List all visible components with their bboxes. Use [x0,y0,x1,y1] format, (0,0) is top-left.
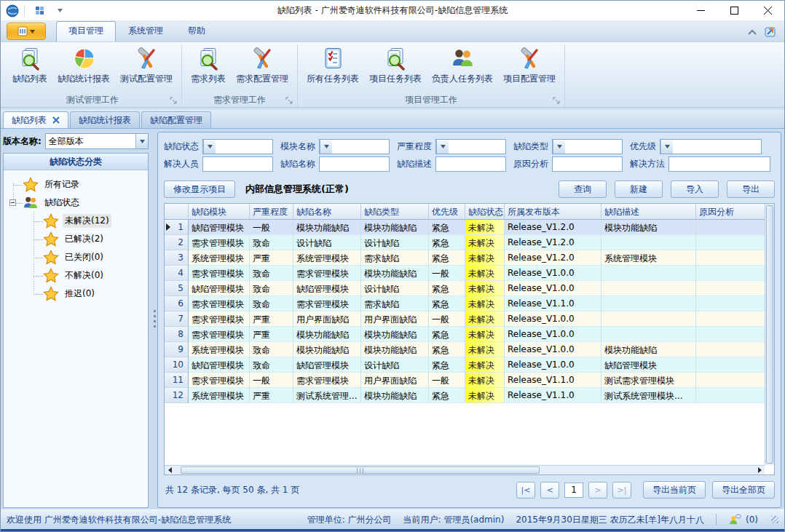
grid-vertical-scrollbar[interactable] [765,204,774,465]
sidebar-splitter[interactable] [151,129,157,509]
query-button[interactable]: 查询 [559,180,607,198]
tree-item-closed[interactable]: 已关闭(0) [4,248,148,266]
tree-item-postponed[interactable]: 推迟(0) [4,285,148,303]
filter-dropdown-icon[interactable] [320,140,332,154]
grid-horizontal-scrollbar[interactable] [165,465,765,475]
tree-item-unresolved[interactable]: 未解决(12) [4,212,148,230]
filter-field-defect-status[interactable] [202,139,273,154]
filter-input-cause-analysis[interactable] [553,157,622,171]
column-header-2[interactable]: 缺陷名称 [293,204,361,220]
hscroll-thumb[interactable] [181,467,540,474]
maximize-button[interactable] [717,1,751,20]
row-header[interactable]: 8 [165,327,189,342]
column-header-6[interactable]: 所属发布版本 [505,204,601,220]
ribbon-button-project-tasks[interactable]: 项目任务列表 [364,46,427,86]
quick-access-layout-icon[interactable] [33,4,48,18]
filter-field-defect-type[interactable] [552,139,623,154]
ribbon-tab-help[interactable]: 帮助 [175,21,218,41]
table-row[interactable]: 5缺陷管理模块致命缺陷管理模块设计缺陷紧急未解决Release_V1.0.0 [165,281,765,296]
ribbon-button-requirement-config[interactable]: 需求配置管理 [231,46,293,86]
filter-input-defect-desc[interactable] [436,157,505,171]
column-header-1[interactable]: 严重程度 [250,204,293,220]
scroll-right-arrow-icon[interactable] [754,466,765,475]
tree-item-wont-fix[interactable]: 不解决(0) [4,266,148,285]
column-header-3[interactable]: 缺陷类型 [361,204,429,220]
filter-field-cause-analysis[interactable] [552,156,623,172]
filter-field-solution[interactable] [668,156,770,172]
ribbon-button-requirement-list[interactable]: 需求列表 [186,46,231,86]
filter-field-defect-desc[interactable] [435,156,506,172]
row-header[interactable]: 9 [165,342,189,357]
ribbon-button-owner-tasks[interactable]: 负责人任务列表 [427,46,498,86]
tree-item-all-records[interactable]: 所有记录 [4,175,148,194]
ribbon-button-defect-list[interactable]: 缺陷列表 [7,46,52,86]
filter-field-module-name[interactable] [319,139,390,154]
column-header-0[interactable]: 缺陷模块 [189,204,250,220]
tree-item-resolved[interactable]: 已解决(2) [4,230,148,248]
dialog-launcher-icon[interactable] [285,97,293,105]
column-header-7[interactable]: 缺陷描述 [601,204,696,220]
row-header[interactable]: 12 [165,388,189,403]
vscroll-thumb[interactable] [766,205,773,464]
last-page-button[interactable]: >| [612,482,631,499]
filter-field-defect-name[interactable] [319,156,390,172]
table-row[interactable]: 4需求管理模块致命需求管理模块模块功能缺陷一般未解决Release_V1.0.0 [165,266,765,281]
ribbon-tab-project-management[interactable]: 项目管理 [56,21,116,41]
ribbon-button-defect-report[interactable]: 缺陷统计报表 [52,46,115,86]
column-header-4[interactable]: 优先级 [429,204,465,220]
row-header[interactable]: 6 [165,296,189,311]
document-tab-defect-report[interactable]: 缺陷统计报表 [70,111,140,128]
row-header[interactable]: 10 [165,357,189,373]
ribbon-button-project-config[interactable]: 项目配置管理 [498,46,561,86]
tab-close-icon[interactable] [52,116,60,124]
ribbon-tab-system-management[interactable]: 系统管理 [116,21,175,41]
table-row[interactable]: 3系统管理模块严重系统管理模块需求缺陷紧急未解决Release_V1.2.0系统… [165,250,765,266]
minimize-button[interactable] [684,1,717,20]
help-icon[interactable] [764,25,777,39]
quick-access-dropdown-icon[interactable] [52,4,67,18]
close-button[interactable] [751,1,784,20]
table-row[interactable]: 11需求管理模块一般需求管理模块用户界面缺陷一般未解决Release_V1.1.… [165,373,765,388]
row-header[interactable]: 3 [165,250,189,266]
row-header[interactable]: 1 [165,220,189,235]
filter-field-resolver[interactable] [202,156,273,172]
filter-field-priority[interactable] [660,139,762,154]
table-row[interactable]: 9系统管理模块致命模块功能缺陷模块功能缺陷紧急未解决Release_V1.0.0… [165,342,765,357]
table-row[interactable]: 6需求管理模块致命需求管理模块需求缺陷紧急未解决Release_V1.1.0 [165,296,765,311]
row-header[interactable]: 7 [165,311,189,327]
collapse-ribbon-icon[interactable] [748,29,757,35]
table-row[interactable]: 1缺陷管理模块一般模块功能缺陷模块功能缺陷紧急未解决Release_V1.2.0… [165,220,765,235]
dialog-launcher-icon[interactable] [553,97,561,105]
table-row[interactable]: 7需求管理模块严重用户界面缺陷用户界面缺陷一般未解决Release_V1.0.0 [165,311,765,327]
export-all-pages-button[interactable]: 导出全部页 [712,481,775,499]
row-header[interactable]: 2 [165,235,189,250]
first-page-button[interactable]: |< [516,482,535,499]
export-button[interactable]: 导出 [727,180,775,198]
ribbon-button-all-tasks[interactable]: 所有任务列表 [301,46,364,86]
filter-input-resolver[interactable] [203,157,272,171]
ribbon-button-test-config[interactable]: 测试配置管理 [115,46,178,86]
table-row[interactable]: 10缺陷管理模块致命缺陷管理模块设计缺陷紧急未解决Release_V1.0.0缺… [165,357,765,373]
prev-page-button[interactable]: < [540,482,559,499]
table-row[interactable]: 2需求管理模块致命设计缺陷设计缺陷紧急未解决Release_V1.2.0 [165,235,765,250]
filter-input-solution[interactable] [669,157,770,171]
table-row[interactable]: 12系统管理模块严重测试系统管理...模块功能缺陷紧急未解决Release_V1… [165,388,765,403]
column-header-8[interactable]: 原因分析 [696,204,765,220]
version-select-dropdown-icon[interactable] [135,134,148,148]
filter-dropdown-icon[interactable] [553,140,565,154]
export-current-page-button[interactable]: 导出当前页 [643,481,706,499]
dialog-launcher-icon[interactable] [170,97,178,105]
filter-dropdown-icon[interactable] [660,140,673,154]
filter-field-severity[interactable] [435,139,506,154]
modify-columns-button[interactable]: 修改显示项目 [164,180,235,198]
filter-dropdown-icon[interactable] [436,140,449,154]
create-button[interactable]: 新建 [615,180,663,198]
row-header[interactable]: 11 [165,373,189,388]
resize-grip[interactable] [771,516,778,523]
tree-item-defect-status[interactable]: 缺陷状态 [4,194,148,212]
filter-input-defect-name[interactable] [320,157,389,171]
import-button[interactable]: 导入 [671,180,719,198]
app-menu-button[interactable] [7,23,46,40]
row-header[interactable]: 4 [165,266,189,281]
document-tab-defect-list[interactable]: 缺陷列表 [3,111,68,128]
